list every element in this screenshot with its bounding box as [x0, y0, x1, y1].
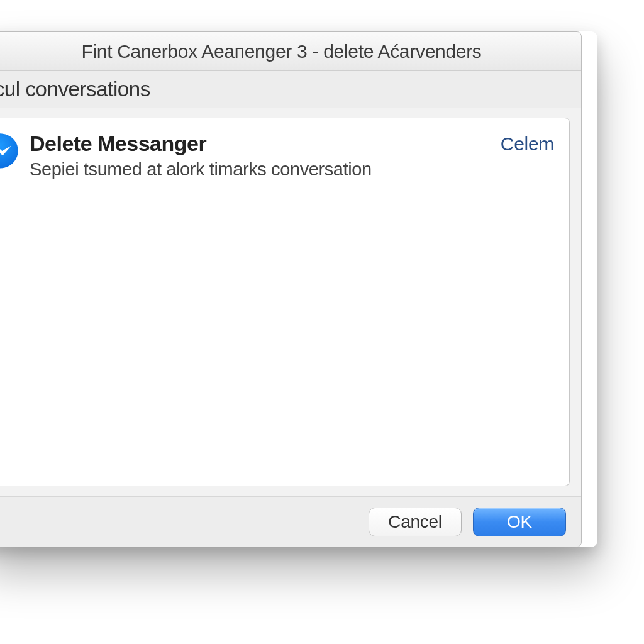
section-header: ticul conversations	[0, 71, 581, 108]
conversation-list: Delete Messanger Sepiei tsumed at alork …	[0, 118, 570, 486]
item-text-block: Delete Messanger Sepiei tsumed at alork …	[30, 130, 492, 180]
section-header-label: ticul conversations	[0, 77, 150, 101]
item-action-link[interactable]: Celem	[501, 130, 557, 155]
messenger-icon	[0, 131, 21, 174]
content-area: Delete Messanger Sepiei tsumed at alork …	[0, 108, 581, 496]
cancel-button[interactable]: Cancel	[369, 508, 462, 536]
item-subtitle: Sepiei tsumed at alork timarks conversat…	[30, 159, 492, 180]
ok-button[interactable]: OK	[473, 508, 566, 536]
list-item[interactable]: Delete Messanger Sepiei tsumed at alork …	[0, 118, 569, 191]
button-bar: Cancel OK	[0, 496, 581, 547]
window-title: Fint Canerbox Aeaпenger 3 - delete Aćarv…	[81, 41, 481, 62]
titlebar[interactable]: Fint Canerbox Aeaпenger 3 - delete Aćarv…	[0, 32, 581, 71]
item-title: Delete Messanger	[30, 132, 492, 155]
dialog-window: Fint Canerbox Aeaпenger 3 - delete Aćarv…	[0, 31, 582, 547]
